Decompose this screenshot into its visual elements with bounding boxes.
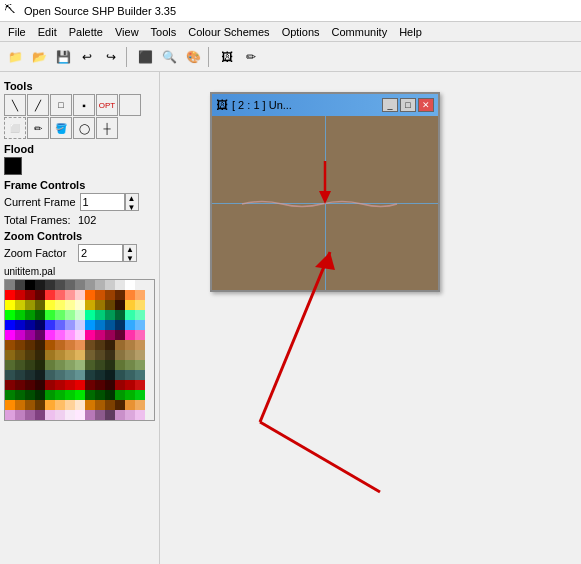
palette-cell-149[interactable]: [95, 380, 105, 390]
palette-cell-39[interactable]: [115, 300, 125, 310]
palette-cell-19[interactable]: [55, 290, 65, 300]
palette-cell-130[interactable]: [45, 370, 55, 380]
frame-spin-btn[interactable]: ▲▼: [125, 193, 139, 211]
palette-cell-141[interactable]: [15, 380, 25, 390]
palette-cell-184[interactable]: [25, 410, 35, 420]
palette-cell-137[interactable]: [115, 370, 125, 380]
dotted-rect-tool[interactable]: ⬜: [4, 117, 26, 139]
palette-cell-56[interactable]: [5, 320, 15, 330]
palette-cell-157[interactable]: [35, 390, 45, 400]
palette-cell-132[interactable]: [65, 370, 75, 380]
palette-cell-85[interactable]: [15, 340, 25, 350]
palette-cell-122[interactable]: [105, 360, 115, 370]
palette-cell-75[interactable]: [55, 330, 65, 340]
palette-cell-24[interactable]: [105, 290, 115, 300]
palette-cell-42[interactable]: [5, 310, 15, 320]
menu-help[interactable]: Help: [393, 24, 428, 40]
toolbar-redo[interactable]: ↪: [100, 46, 122, 68]
palette-cell-67[interactable]: [115, 320, 125, 330]
palette-cell-27[interactable]: [135, 290, 145, 300]
palette-cell-94[interactable]: [105, 340, 115, 350]
palette-cell-190[interactable]: [85, 410, 95, 420]
palette-cell-100[interactable]: [25, 350, 35, 360]
palette-cell-121[interactable]: [95, 360, 105, 370]
palette-cell-178[interactable]: [105, 400, 115, 410]
palette-cell-87[interactable]: [35, 340, 45, 350]
palette-cell-15[interactable]: [15, 290, 25, 300]
palette-cell-50[interactable]: [85, 310, 95, 320]
palette-cell-30[interactable]: [25, 300, 35, 310]
palette-cell-44[interactable]: [25, 310, 35, 320]
palette-cell-74[interactable]: [45, 330, 55, 340]
palette-cell-115[interactable]: [35, 360, 45, 370]
menu-file[interactable]: File: [2, 24, 32, 40]
toolbar-open[interactable]: 📂: [28, 46, 50, 68]
palette-cell-187[interactable]: [55, 410, 65, 420]
palette-cell-10[interactable]: [105, 280, 115, 290]
ellipse-tool[interactable]: ◯: [73, 117, 95, 139]
palette-cell-69[interactable]: [135, 320, 145, 330]
paint-tool[interactable]: 🪣: [50, 117, 72, 139]
palette-cell-156[interactable]: [25, 390, 35, 400]
palette-cell-93[interactable]: [95, 340, 105, 350]
palette-cell-47[interactable]: [55, 310, 65, 320]
palette-cell-2[interactable]: [25, 280, 35, 290]
menu-palette[interactable]: Palette: [63, 24, 109, 40]
palette-cell-144[interactable]: [45, 380, 55, 390]
palette-cell-28[interactable]: [5, 300, 15, 310]
menu-edit[interactable]: Edit: [32, 24, 63, 40]
palette-cell-79[interactable]: [95, 330, 105, 340]
diagonal-tool[interactable]: ╱: [27, 94, 49, 116]
palette-cell-62[interactable]: [65, 320, 75, 330]
palette-cell-18[interactable]: [45, 290, 55, 300]
palette-cell-78[interactable]: [85, 330, 95, 340]
palette-cell-34[interactable]: [65, 300, 75, 310]
palette-cell-191[interactable]: [95, 410, 105, 420]
menu-community[interactable]: Community: [326, 24, 394, 40]
palette-cell-124[interactable]: [125, 360, 135, 370]
palette-cell-43[interactable]: [15, 310, 25, 320]
palette-cell-72[interactable]: [25, 330, 35, 340]
close-button[interactable]: ✕: [418, 98, 434, 112]
palette-cell-55[interactable]: [135, 310, 145, 320]
options-tool[interactable]: [119, 94, 141, 116]
palette-cell-32[interactable]: [45, 300, 55, 310]
palette-cell-26[interactable]: [125, 290, 135, 300]
palette-cell-7[interactable]: [75, 280, 85, 290]
palette-cell-173[interactable]: [55, 400, 65, 410]
palette-cell-148[interactable]: [85, 380, 95, 390]
palette-cell-186[interactable]: [45, 410, 55, 420]
palette-cell-12[interactable]: [125, 280, 135, 290]
palette-cell-33[interactable]: [55, 300, 65, 310]
palette-cell-112[interactable]: [5, 360, 15, 370]
palette-cell-80[interactable]: [105, 330, 115, 340]
palette-cell-90[interactable]: [65, 340, 75, 350]
toolbar-select[interactable]: ⬛: [134, 46, 156, 68]
palette-cell-5[interactable]: [55, 280, 65, 290]
palette-cell-147[interactable]: [75, 380, 85, 390]
palette-cell-111[interactable]: [135, 350, 145, 360]
palette-cell-83[interactable]: [135, 330, 145, 340]
palette-cell-160[interactable]: [65, 390, 75, 400]
palette-cell-45[interactable]: [35, 310, 45, 320]
palette-cell-77[interactable]: [75, 330, 85, 340]
palette-cell-185[interactable]: [35, 410, 45, 420]
palette-cell-86[interactable]: [25, 340, 35, 350]
menu-view[interactable]: View: [109, 24, 145, 40]
palette-cell-181[interactable]: [135, 400, 145, 410]
palette-cell-125[interactable]: [135, 360, 145, 370]
toolbar-undo[interactable]: ↩: [76, 46, 98, 68]
palette-cell-194[interactable]: [125, 410, 135, 420]
palette-cell-116[interactable]: [45, 360, 55, 370]
cross-tool[interactable]: ┼: [96, 117, 118, 139]
palette-cell-4[interactable]: [45, 280, 55, 290]
palette-cell-133[interactable]: [75, 370, 85, 380]
palette-cell-38[interactable]: [105, 300, 115, 310]
palette-cell-129[interactable]: [35, 370, 45, 380]
palette-cell-167[interactable]: [135, 390, 145, 400]
palette-cell-169[interactable]: [15, 400, 25, 410]
palette-cell-119[interactable]: [75, 360, 85, 370]
palette-cell-73[interactable]: [35, 330, 45, 340]
palette-cell-110[interactable]: [125, 350, 135, 360]
palette-cell-105[interactable]: [75, 350, 85, 360]
